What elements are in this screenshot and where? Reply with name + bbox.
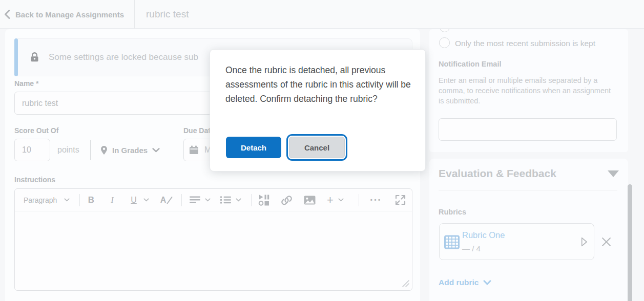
rubric-grid-icon [444, 234, 460, 250]
back-link-label: Back to Manage Assignments [15, 10, 124, 19]
fullscreen-button[interactable] [394, 188, 406, 211]
score-input[interactable] [14, 139, 50, 161]
grade-location-dropdown[interactable]: In Grades [100, 139, 160, 161]
locked-settings-text: Some settings are locked because sub [49, 38, 198, 76]
evaluation-feedback-title: Evaluation & Feedback [439, 167, 556, 180]
link-icon [281, 195, 293, 206]
score-out-of-label: Score Out Of [14, 126, 58, 135]
assignment-edit-screen: Back to Manage Assignments rubric test S… [0, 0, 644, 301]
instructions-label: Instructions [14, 176, 55, 184]
most-recent-radio-label[interactable]: Only the most recent submission is kept [455, 39, 595, 48]
points-label: points [57, 139, 79, 161]
font-color-button[interactable]: A [160, 188, 173, 211]
toolbar-divider-line [15, 211, 412, 211]
back-chevron-icon [4, 10, 10, 19]
image-icon [304, 196, 316, 205]
chevron-down-icon [236, 198, 241, 202]
toolbar-divider [359, 194, 359, 206]
resize-handle[interactable] [401, 278, 410, 288]
insert-more-dropdown[interactable]: + [327, 188, 344, 211]
rubric-preview-arrow-icon[interactable] [581, 237, 588, 247]
more-actions-button[interactable]: ··· [370, 188, 382, 211]
toolbar-divider [251, 194, 252, 206]
notification-email-help: Enter an email or multiple emails separa… [439, 75, 616, 106]
location-pin-icon [100, 145, 108, 155]
toolbar-divider [181, 194, 182, 206]
scrollbar-thumb[interactable] [628, 184, 632, 301]
collapse-triangle-icon[interactable] [608, 170, 619, 177]
paragraph-style-label: Paragraph [24, 196, 57, 204]
bullet-list-icon [220, 196, 231, 204]
grade-location-label: In Grades [112, 146, 148, 155]
chevron-down-icon [152, 148, 160, 153]
add-rubric-label: Add rubric [439, 278, 479, 287]
rubrics-label: Rubrics [439, 208, 466, 216]
bold-button[interactable]: B [85, 188, 97, 211]
underline-button[interactable]: U [128, 188, 139, 211]
rubric-card[interactable]: Rubric One — / 4 [439, 223, 594, 260]
rubric-name-link[interactable]: Rubric One [462, 230, 505, 240]
rubric-score: — / 4 [462, 244, 481, 253]
toolbar-divider [79, 194, 80, 206]
insert-stuff-icon [258, 195, 271, 206]
slash-icon [167, 196, 173, 204]
dialog-message: Once the rubric is detached, all previou… [225, 63, 414, 106]
detach-rubric-dialog: Once the rubric is detached, all previou… [210, 49, 426, 171]
chevron-down-icon [205, 198, 211, 202]
back-link[interactable]: Back to Manage Assignments [4, 0, 124, 29]
plus-glyph: + [327, 193, 334, 207]
chevron-down-icon [338, 198, 344, 202]
align-dropdown[interactable] [190, 188, 211, 211]
due-date-label: Due Dat [183, 126, 211, 135]
list-dropdown[interactable] [220, 188, 241, 211]
add-rubric-button[interactable]: Add rubric [439, 278, 491, 287]
most-recent-radio[interactable] [439, 37, 450, 48]
radio-button-partial[interactable] [440, 29, 450, 32]
section-divider [439, 190, 617, 190]
submissions-panel: Only the most recent submission is kept … [429, 29, 628, 152]
chevron-down-icon [483, 280, 491, 285]
notification-email-input[interactable] [439, 118, 617, 141]
remove-rubric-x-icon[interactable] [601, 237, 611, 247]
top-bar: Back to Manage Assignments rubric test [0, 0, 644, 29]
insert-link-button[interactable] [281, 188, 293, 211]
name-label: Name * [14, 79, 38, 88]
score-divider [90, 140, 91, 160]
paragraph-style-dropdown[interactable]: Paragraph [24, 188, 70, 211]
notification-email-label: Notification Email [439, 60, 501, 68]
fullscreen-icon [394, 194, 406, 206]
banner-accent-bar [14, 38, 18, 76]
lock-icon [29, 51, 40, 63]
align-icon [190, 196, 200, 204]
evaluation-feedback-panel: Evaluation & Feedback Rubrics Rubric One… [429, 159, 628, 301]
underline-menu-chevron[interactable] [143, 188, 149, 211]
chevron-down-icon [64, 198, 70, 202]
font-color-glyph: A [160, 196, 167, 205]
header-divider [134, 0, 135, 29]
insert-stuff-button[interactable] [258, 188, 271, 211]
page-title: rubric test [146, 0, 189, 29]
calendar-icon [189, 145, 199, 155]
insert-image-button[interactable] [304, 188, 316, 211]
cancel-button[interactable]: Cancel [289, 137, 345, 158]
italic-button[interactable]: I [108, 188, 117, 211]
instructions-editor[interactable] [14, 188, 412, 291]
detach-button[interactable]: Detach [226, 137, 281, 158]
chevron-down-icon [143, 198, 149, 202]
